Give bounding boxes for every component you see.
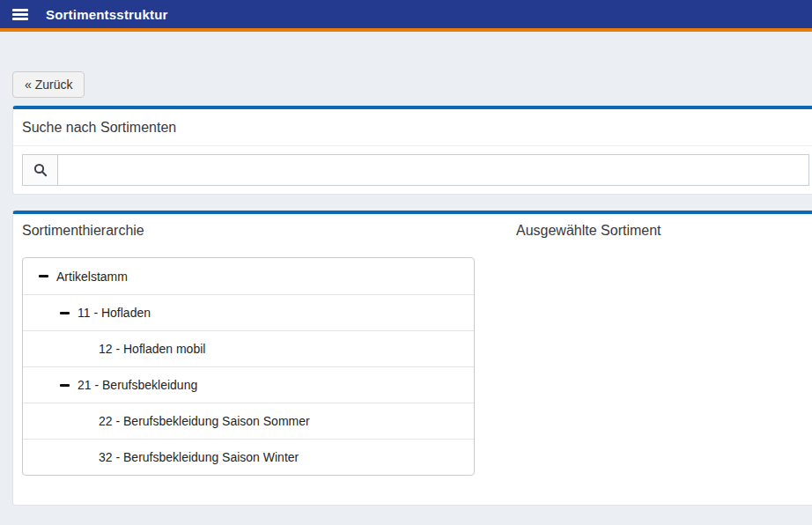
collapse-icon[interactable] [39,275,48,277]
accent-bar [0,28,812,32]
toolbar: « Zurück [12,71,812,98]
tree-item[interactable]: 12 - Hofladen mobil [23,330,474,366]
hierarchy-column: Sortimenthierarchie Artikelstamm 11 - Ho… [13,214,507,502]
hamburger-menu-icon[interactable] [12,9,28,20]
selected-sortiment-column: Ausgewählte Sortiment [507,214,812,502]
search-icon [23,155,58,185]
tree-item-label: 32 - Berufsbekleidung Saison Winter [99,450,299,464]
selected-sortiment-title: Ausgewählte Sortiment [516,223,812,239]
search-panel-title: Suche nach Sortimenten [13,109,812,146]
tree-item[interactable]: 32 - Berufsbekleidung Saison Winter [23,439,474,475]
collapse-icon[interactable] [60,384,70,387]
hierarchy-panel: Sortimenthierarchie Artikelstamm 11 - Ho… [12,211,812,506]
search-input-group [22,154,809,186]
collapse-icon[interactable] [60,312,70,314]
tree-item-label: 12 - Hofladen mobil [99,342,205,356]
top-navbar: Sortimentsstruktur [0,0,812,28]
tree-item-label: 11 - Hofladen [78,306,151,320]
app-title: Sortimentsstruktur [46,7,168,22]
sortiment-tree: Artikelstamm 11 - Hofladen 12 - Hofladen… [22,257,475,476]
tree-item[interactable]: 11 - Hofladen [23,294,474,330]
tree-item[interactable]: 21 - Berufsbekleidung [23,366,474,403]
search-panel-body [13,146,812,194]
hierarchy-title: Sortimenthierarchie [22,223,507,239]
back-button[interactable]: « Zurück [12,71,85,98]
search-input[interactable] [58,155,808,185]
search-panel: Suche nach Sortimenten [12,106,812,195]
tree-item-label: 21 - Berufsbekleidung [78,378,197,392]
tree-item[interactable]: Artikelstamm [23,258,474,294]
tree-item-label: 22 - Berufsbekleidung Saison Sommer [99,414,310,428]
tree-item-label: Artikelstamm [56,270,128,284]
tree-item[interactable]: 22 - Berufsbekleidung Saison Sommer [23,403,474,439]
